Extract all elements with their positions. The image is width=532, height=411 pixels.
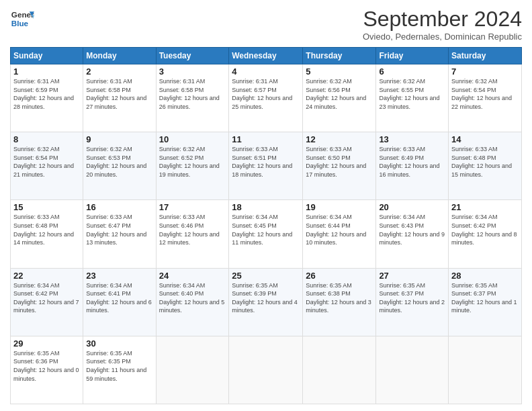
day-header-monday: Monday: [83, 48, 156, 64]
day-number: 17: [159, 202, 226, 212]
day-number: 19: [306, 202, 373, 212]
day-number: 24: [159, 271, 226, 281]
subtitle: Oviedo, Pedernales, Dominican Republic: [363, 32, 522, 42]
calendar-cell: 3Sunrise: 6:31 AMSunset: 6:58 PMDaylight…: [156, 64, 229, 132]
day-header-wednesday: Wednesday: [229, 48, 303, 64]
day-info: Sunrise: 6:33 AMSunset: 6:50 PMDaylight:…: [306, 145, 373, 179]
calendar-cell: [156, 336, 229, 404]
calendar-cell: 14Sunrise: 6:33 AMSunset: 6:48 PMDayligh…: [449, 132, 522, 200]
month-title: September 2024: [363, 7, 522, 32]
day-number: 4: [232, 66, 300, 77]
day-info: Sunrise: 6:31 AMSunset: 6:59 PMDaylight:…: [13, 77, 80, 111]
day-info: Sunrise: 6:34 AMSunset: 6:42 PMDaylight:…: [451, 213, 519, 246]
header: General Blue September 2024 Oviedo, Pede…: [10, 7, 522, 42]
day-number: 22: [13, 271, 80, 281]
day-info: Sunrise: 6:32 AMSunset: 6:52 PMDaylight:…: [159, 145, 226, 179]
day-header-saturday: Saturday: [449, 48, 522, 64]
calendar-cell: 1Sunrise: 6:31 AMSunset: 6:59 PMDaylight…: [11, 64, 83, 132]
calendar-cell: 30Sunrise: 6:35 AMSunset: 6:35 PMDayligh…: [83, 336, 156, 404]
calendar-cell: 15Sunrise: 6:33 AMSunset: 6:48 PMDayligh…: [11, 200, 83, 268]
day-number: 20: [379, 202, 445, 212]
day-info: Sunrise: 6:35 AMSunset: 6:37 PMDaylight:…: [379, 281, 445, 315]
calendar-cell: 26Sunrise: 6:35 AMSunset: 6:38 PMDayligh…: [303, 268, 376, 336]
day-number: 11: [232, 134, 300, 144]
day-info: Sunrise: 6:32 AMSunset: 6:55 PMDaylight:…: [379, 77, 445, 111]
day-info: Sunrise: 6:33 AMSunset: 6:48 PMDaylight:…: [451, 145, 519, 179]
calendar-cell: 8Sunrise: 6:32 AMSunset: 6:54 PMDaylight…: [11, 132, 83, 200]
day-number: 28: [451, 271, 519, 281]
day-info: Sunrise: 6:34 AMSunset: 6:42 PMDaylight:…: [13, 281, 80, 315]
day-header-sunday: Sunday: [11, 48, 83, 64]
day-number: 5: [306, 66, 373, 77]
day-header-tuesday: Tuesday: [156, 48, 229, 64]
day-info: Sunrise: 6:35 AMSunset: 6:36 PMDaylight:…: [13, 349, 80, 383]
calendar-cell: 16Sunrise: 6:33 AMSunset: 6:47 PMDayligh…: [83, 200, 156, 268]
calendar-cell: [303, 336, 376, 404]
day-info: Sunrise: 6:35 AMSunset: 6:39 PMDaylight:…: [232, 281, 300, 315]
day-info: Sunrise: 6:35 AMSunset: 6:38 PMDaylight:…: [306, 281, 373, 315]
day-number: 6: [379, 66, 445, 77]
calendar-week-0: 1Sunrise: 6:31 AMSunset: 6:59 PMDaylight…: [11, 64, 522, 132]
day-info: Sunrise: 6:34 AMSunset: 6:45 PMDaylight:…: [232, 213, 300, 246]
calendar-week-4: 29Sunrise: 6:35 AMSunset: 6:36 PMDayligh…: [11, 336, 522, 404]
day-number: 13: [379, 134, 445, 144]
day-info: Sunrise: 6:31 AMSunset: 6:57 PMDaylight:…: [232, 77, 300, 111]
calendar-page: General Blue September 2024 Oviedo, Pede…: [0, 0, 532, 411]
day-info: Sunrise: 6:33 AMSunset: 6:46 PMDaylight:…: [159, 213, 226, 246]
day-info: Sunrise: 6:34 AMSunset: 6:41 PMDaylight:…: [86, 281, 152, 315]
day-info: Sunrise: 6:35 AMSunset: 6:37 PMDaylight:…: [451, 281, 519, 315]
calendar-cell: 28Sunrise: 6:35 AMSunset: 6:37 PMDayligh…: [449, 268, 522, 336]
calendar-cell: 18Sunrise: 6:34 AMSunset: 6:45 PMDayligh…: [229, 200, 303, 268]
calendar-cell: 13Sunrise: 6:33 AMSunset: 6:49 PMDayligh…: [376, 132, 449, 200]
day-number: 25: [232, 271, 300, 281]
day-number: 8: [13, 134, 80, 144]
calendar-week-3: 22Sunrise: 6:34 AMSunset: 6:42 PMDayligh…: [11, 268, 522, 336]
calendar-cell: 11Sunrise: 6:33 AMSunset: 6:51 PMDayligh…: [229, 132, 303, 200]
day-number: 16: [86, 202, 152, 212]
day-info: Sunrise: 6:33 AMSunset: 6:51 PMDaylight:…: [232, 145, 300, 179]
day-number: 23: [86, 271, 152, 281]
calendar-cell: 24Sunrise: 6:34 AMSunset: 6:40 PMDayligh…: [156, 268, 229, 336]
day-info: Sunrise: 6:32 AMSunset: 6:53 PMDaylight:…: [86, 145, 152, 179]
calendar-cell: 21Sunrise: 6:34 AMSunset: 6:42 PMDayligh…: [449, 200, 522, 268]
day-number: 18: [232, 202, 300, 212]
calendar-cell: 7Sunrise: 6:32 AMSunset: 6:54 PMDaylight…: [449, 64, 522, 132]
day-number: 30: [86, 338, 152, 349]
day-number: 1: [13, 66, 80, 77]
day-number: 3: [159, 66, 226, 77]
calendar-cell: 10Sunrise: 6:32 AMSunset: 6:52 PMDayligh…: [156, 132, 229, 200]
day-info: Sunrise: 6:31 AMSunset: 6:58 PMDaylight:…: [159, 77, 226, 111]
calendar-cell: 2Sunrise: 6:31 AMSunset: 6:58 PMDaylight…: [83, 64, 156, 132]
calendar-cell: 29Sunrise: 6:35 AMSunset: 6:36 PMDayligh…: [11, 336, 83, 404]
calendar-cell: 22Sunrise: 6:34 AMSunset: 6:42 PMDayligh…: [11, 268, 83, 336]
calendar-cell: 20Sunrise: 6:34 AMSunset: 6:43 PMDayligh…: [376, 200, 449, 268]
calendar-cell: [376, 336, 449, 404]
day-info: Sunrise: 6:31 AMSunset: 6:58 PMDaylight:…: [86, 77, 152, 111]
day-info: Sunrise: 6:34 AMSunset: 6:43 PMDaylight:…: [379, 213, 445, 246]
day-info: Sunrise: 6:35 AMSunset: 6:35 PMDaylight:…: [86, 349, 152, 383]
day-header-thursday: Thursday: [303, 48, 376, 64]
day-info: Sunrise: 6:32 AMSunset: 6:54 PMDaylight:…: [451, 77, 519, 111]
logo-icon: General Blue: [10, 7, 34, 31]
calendar-cell: 17Sunrise: 6:33 AMSunset: 6:46 PMDayligh…: [156, 200, 229, 268]
calendar-cell: [449, 336, 522, 404]
day-number: 10: [159, 134, 226, 144]
svg-text:General: General: [11, 10, 34, 19]
calendar-table: SundayMondayTuesdayWednesdayThursdayFrid…: [10, 47, 522, 404]
calendar-cell: 19Sunrise: 6:34 AMSunset: 6:44 PMDayligh…: [303, 200, 376, 268]
day-info: Sunrise: 6:34 AMSunset: 6:44 PMDaylight:…: [306, 213, 373, 246]
day-info: Sunrise: 6:33 AMSunset: 6:48 PMDaylight:…: [13, 213, 80, 246]
calendar-cell: 27Sunrise: 6:35 AMSunset: 6:37 PMDayligh…: [376, 268, 449, 336]
day-number: 15: [13, 202, 80, 212]
calendar-header-row: SundayMondayTuesdayWednesdayThursdayFrid…: [11, 48, 522, 64]
calendar-cell: 4Sunrise: 6:31 AMSunset: 6:57 PMDaylight…: [229, 64, 303, 132]
day-number: 26: [306, 271, 373, 281]
calendar-week-1: 8Sunrise: 6:32 AMSunset: 6:54 PMDaylight…: [11, 132, 522, 200]
day-number: 2: [86, 66, 152, 77]
calendar-cell: 6Sunrise: 6:32 AMSunset: 6:55 PMDaylight…: [376, 64, 449, 132]
day-number: 9: [86, 134, 152, 144]
day-info: Sunrise: 6:33 AMSunset: 6:47 PMDaylight:…: [86, 213, 152, 246]
logo: General Blue: [10, 7, 34, 31]
day-number: 21: [451, 202, 519, 212]
day-info: Sunrise: 6:32 AMSunset: 6:54 PMDaylight:…: [13, 145, 80, 179]
